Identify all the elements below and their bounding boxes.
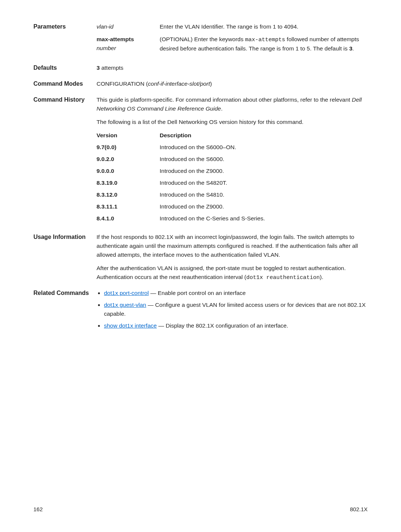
param-name-vlan: vlan-id bbox=[97, 22, 160, 31]
usage-para2-b: ). bbox=[320, 274, 323, 280]
usage-para2-code: dot1x reauthentication bbox=[246, 275, 320, 281]
page-footer: 162 802.1X bbox=[33, 505, 368, 513]
related-item: dot1x port-control — Enable port control… bbox=[104, 289, 368, 298]
parameters-label: Parameters bbox=[33, 22, 97, 57]
related-section: Related Commands dot1x port-control — En… bbox=[33, 289, 368, 333]
related-link[interactable]: show dot1x interface bbox=[104, 322, 157, 329]
version-v: 8.4.1.0 bbox=[97, 214, 160, 223]
version-header-v: Version bbox=[97, 131, 160, 140]
param-name-italic2: number bbox=[97, 45, 116, 51]
desc-bold: 3 bbox=[349, 45, 352, 52]
version-row: 8.3.12.0 Introduced on the S4810. bbox=[97, 190, 368, 199]
cm-prefix: CONFIGURATION ( bbox=[97, 81, 148, 87]
related-list: dot1x port-control — Enable port control… bbox=[97, 289, 368, 330]
defaults-content: 3 attempts bbox=[97, 63, 368, 73]
defaults-label: Defaults bbox=[33, 63, 97, 73]
param-row-maxattempts: max-attempts number (OPTIONAL) Enter the… bbox=[97, 35, 368, 53]
defaults-bold: 3 bbox=[97, 65, 100, 71]
ch-para1-a: This guide is platform-specific. For com… bbox=[97, 96, 352, 103]
related-link[interactable]: dot1x guest-vlan bbox=[104, 302, 146, 308]
version-v: 9.0.2.0 bbox=[97, 155, 160, 164]
command-history-content: This guide is platform-specific. For com… bbox=[97, 95, 368, 226]
defaults-section: Defaults 3 attempts bbox=[33, 63, 368, 73]
related-link[interactable]: dot1x port-control bbox=[104, 290, 149, 296]
related-item: show dot1x interface — Display the 802.1… bbox=[104, 321, 368, 330]
version-v: 9.7(0.0) bbox=[97, 143, 160, 152]
param-name-maxattempts: max-attempts number bbox=[97, 35, 160, 53]
version-row: 9.0.0.0 Introduced on the Z9000. bbox=[97, 167, 368, 175]
command-modes-section: Command Modes CONFIGURATION (conf-if-int… bbox=[33, 79, 368, 89]
desc-prefix: (OPTIONAL) Enter the keywords bbox=[160, 36, 245, 42]
desc-code: max-attempts bbox=[245, 37, 285, 43]
param-desc-vlan: Enter the VLAN Identifier. The range is … bbox=[160, 22, 368, 31]
version-header: Version Description bbox=[97, 131, 368, 140]
usage-label: Usage Information bbox=[33, 233, 97, 282]
version-v: 8.3.12.0 bbox=[97, 190, 160, 199]
cm-italic: conf-if-interface-slot/port bbox=[148, 81, 210, 87]
version-table: Version Description 9.7(0.0) Introduced … bbox=[97, 131, 368, 223]
related-rest: — Enable port control on an interface bbox=[149, 290, 246, 296]
version-d: Introduced on the Z9000. bbox=[160, 167, 368, 175]
related-item: dot1x guest-vlan — Configure a guest VLA… bbox=[104, 301, 368, 318]
command-history-section: Command History This guide is platform-s… bbox=[33, 95, 368, 226]
version-row: 9.7(0.0) Introduced on the S6000–ON. bbox=[97, 143, 368, 152]
ch-para2: The following is a list of the Dell Netw… bbox=[97, 118, 368, 127]
related-rest: — Display the 802.1X configuration of an… bbox=[157, 322, 288, 329]
version-v: 8.3.19.0 bbox=[97, 178, 160, 187]
usage-section: Usage Information If the host responds t… bbox=[33, 233, 368, 282]
version-row: 9.0.2.0 Introduced on the S6000. bbox=[97, 155, 368, 164]
usage-para1: If the host responds to 802.1X with an i… bbox=[97, 233, 368, 259]
version-v: 9.0.0.0 bbox=[97, 167, 160, 175]
section-name: 802.1X bbox=[350, 505, 368, 513]
version-row: 8.3.19.0 Introduced on the S4820T. bbox=[97, 178, 368, 187]
parameters-section: Parameters vlan-id Enter the VLAN Identi… bbox=[33, 22, 368, 57]
version-d: Introduced on the Z9000. bbox=[160, 202, 368, 211]
desc-suffix: . bbox=[352, 45, 354, 52]
version-header-d: Description bbox=[160, 131, 368, 140]
related-label: Related Commands bbox=[33, 289, 97, 333]
parameters-content: vlan-id Enter the VLAN Identifier. The r… bbox=[97, 22, 368, 57]
ch-para1-b: . bbox=[221, 105, 222, 112]
version-row: 8.3.11.1 Introduced on the Z9000. bbox=[97, 202, 368, 211]
page-number: 162 bbox=[33, 505, 43, 513]
command-history-label: Command History bbox=[33, 95, 97, 226]
version-d: Introduced on the S4810. bbox=[160, 190, 368, 199]
version-d: Introduced on the S6000–ON. bbox=[160, 143, 368, 152]
version-row: 8.4.1.0 Introduced on the C-Series and S… bbox=[97, 214, 368, 223]
usage-content: If the host responds to 802.1X with an i… bbox=[97, 233, 368, 282]
defaults-rest: attempts bbox=[100, 65, 124, 71]
version-d: Introduced on the C-Series and S-Series. bbox=[160, 214, 368, 223]
version-v: 8.3.11.1 bbox=[97, 202, 160, 211]
ch-para1: This guide is platform-specific. For com… bbox=[97, 95, 368, 113]
related-content: dot1x port-control — Enable port control… bbox=[97, 289, 368, 333]
usage-para2: After the authentication VLAN is assigne… bbox=[97, 264, 368, 282]
cm-suffix: ) bbox=[210, 81, 212, 87]
param-row-vlan: vlan-id Enter the VLAN Identifier. The r… bbox=[97, 22, 368, 31]
command-modes-content: CONFIGURATION (conf-if-interface-slot/po… bbox=[97, 79, 368, 89]
param-name-bold: max-attempts bbox=[97, 36, 134, 42]
command-modes-label: Command Modes bbox=[33, 79, 97, 89]
param-desc-maxattempts: (OPTIONAL) Enter the keywords max-attemp… bbox=[160, 35, 368, 53]
version-d: Introduced on the S4820T. bbox=[160, 178, 368, 187]
version-d: Introduced on the S6000. bbox=[160, 155, 368, 164]
